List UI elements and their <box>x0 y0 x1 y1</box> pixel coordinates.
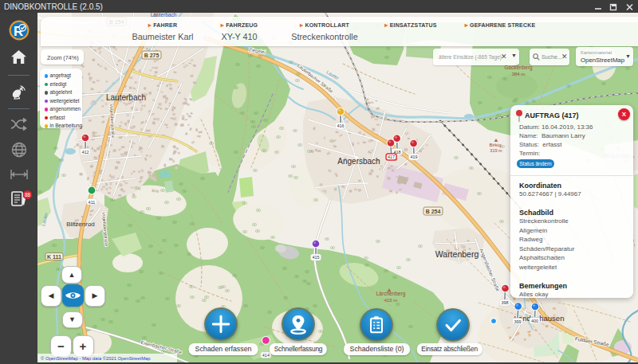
svg-text:Blitzenrod: Blitzenrod <box>66 221 95 228</box>
svg-text:415: 415 <box>312 255 319 260</box>
svg-text:Lauterbach: Lauterbach <box>106 93 146 102</box>
svg-text:Birkig: Birkig <box>489 143 501 147</box>
svg-text:414: 414 <box>262 353 270 358</box>
svg-text:412: 412 <box>81 150 89 155</box>
svg-text:417: 417 <box>388 155 395 159</box>
svg-text:419: 419 <box>410 155 417 159</box>
svg-text:Angersbach: Angersbach <box>337 157 380 166</box>
svg-text:B 254: B 254 <box>426 209 441 214</box>
svg-text:411: 411 <box>89 200 96 205</box>
svg-text:B 275: B 275 <box>144 53 160 58</box>
svg-text:399: 399 <box>514 319 521 324</box>
svg-text:K 111: K 111 <box>47 254 61 260</box>
svg-text:415 m: 415 m <box>384 298 398 303</box>
svg-text:400: 400 <box>531 319 538 323</box>
svg-text:398: 398 <box>501 300 508 305</box>
svg-text:319 m: 319 m <box>490 148 502 153</box>
svg-text:416: 416 <box>337 123 344 128</box>
svg-text:Wartenberg: Wartenberg <box>435 249 479 259</box>
svg-text:384 m: 384 m <box>512 72 526 76</box>
